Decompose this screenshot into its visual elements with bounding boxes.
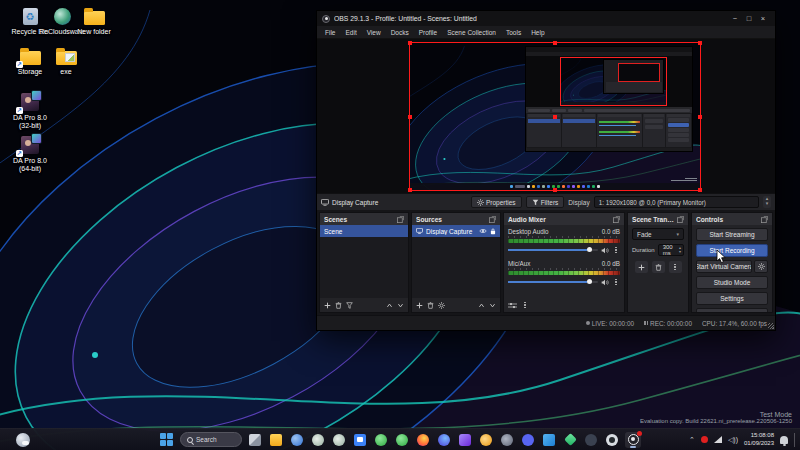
clock[interactable]: 15:08:08 01/09/2023	[744, 432, 774, 446]
resize-handle[interactable]	[408, 41, 412, 45]
move-source-up-button[interactable]	[478, 302, 485, 309]
volume-slider[interactable]	[508, 281, 598, 283]
taskbar-app-amber[interactable]	[478, 432, 494, 448]
channel-options-kebab[interactable]	[612, 277, 620, 287]
resize-grip[interactable]	[768, 323, 774, 329]
volume-icon[interactable]: ◁))	[728, 436, 738, 444]
desktop-icon-new-folder[interactable]: New folder	[70, 6, 118, 36]
transition-options-kebab[interactable]	[669, 261, 682, 273]
lock-icon[interactable]	[490, 228, 496, 235]
virtual-camera-settings-button[interactable]	[754, 260, 768, 273]
move-scene-up-button[interactable]	[386, 302, 393, 309]
menu-edit[interactable]: Edit	[340, 29, 361, 36]
popout-icon[interactable]	[677, 216, 684, 223]
popout-icon[interactable]	[489, 216, 496, 223]
obs-logo-icon	[322, 15, 330, 23]
close-button[interactable]: ×	[756, 14, 770, 23]
properties-button[interactable]: Properties	[471, 196, 522, 208]
taskbar-app-hand-1[interactable]	[310, 432, 326, 448]
taskbar-search[interactable]: Search	[180, 432, 242, 447]
exit-button[interactable]: Exit	[696, 308, 768, 312]
duration-spinner[interactable]: 300 ms ▴▾	[658, 244, 684, 256]
center-handle[interactable]	[553, 115, 557, 119]
taskbar-app-gray[interactable]	[499, 432, 515, 448]
desktop-icon-da-pro-32[interactable]: ↗ DA Pro 8.0 (32-bit)	[6, 92, 54, 130]
taskbar-app-green-1[interactable]	[373, 432, 389, 448]
selected-source-bounding-box[interactable]	[409, 42, 701, 191]
menu-file[interactable]: File	[320, 29, 340, 36]
resize-handle[interactable]	[408, 188, 412, 192]
obs-taskbar-button[interactable]	[625, 432, 641, 448]
add-source-button[interactable]	[416, 302, 423, 309]
maximize-button[interactable]: □	[742, 14, 756, 23]
show-desktop-button[interactable]	[794, 433, 796, 447]
add-scene-button[interactable]	[324, 302, 331, 309]
resize-handle[interactable]	[553, 188, 557, 192]
taskbar-app-hand-2[interactable]	[331, 432, 347, 448]
firefox-button[interactable]	[415, 432, 431, 448]
move-scene-down-button[interactable]	[397, 302, 404, 309]
scene-item[interactable]: Scene	[320, 225, 408, 237]
taskbar-app-violet[interactable]	[457, 432, 473, 448]
advanced-audio-icon[interactable]	[508, 302, 517, 309]
tray-overflow-chevron[interactable]: ⌃	[689, 436, 695, 444]
channel-options-kebab[interactable]	[612, 245, 620, 255]
settings-button[interactable]: Settings	[696, 292, 768, 305]
source-item[interactable]: Display Capture	[412, 225, 500, 237]
studio-mode-button[interactable]: Studio Mode	[696, 276, 768, 289]
resize-handle[interactable]	[698, 188, 702, 192]
task-view-button[interactable]	[247, 432, 263, 448]
start-recording-button[interactable]: Start Recording	[696, 244, 768, 257]
taskbar-app-green-diamond[interactable]	[562, 432, 578, 448]
obs-titlebar[interactable]: OBS 29.1.3 - Profile: Untitled - Scenes:…	[317, 11, 775, 26]
scene-filters-button[interactable]	[346, 302, 353, 309]
speaker-icon[interactable]	[601, 279, 609, 286]
menu-docks[interactable]: Docks	[386, 29, 414, 36]
taskbar-app-green-2[interactable]	[394, 432, 410, 448]
display-select[interactable]: 1: 1920x1080 @ 0,0 (Primary Monitor)	[594, 196, 759, 208]
network-icon[interactable]	[714, 436, 722, 443]
microsoft-store-button[interactable]	[352, 432, 368, 448]
menu-tools[interactable]: Tools	[501, 29, 526, 36]
minimize-button[interactable]: −	[728, 14, 742, 23]
popout-icon[interactable]	[613, 216, 620, 223]
start-button[interactable]	[159, 432, 175, 448]
desktop-icon-da-pro-64[interactable]: ↗ DA Pro 8.0 (64-bit)	[6, 135, 54, 173]
speaker-icon[interactable]	[601, 247, 609, 254]
popout-icon[interactable]	[761, 216, 768, 223]
source-properties-button[interactable]	[438, 302, 445, 309]
mixer-options-kebab[interactable]	[521, 300, 529, 310]
start-streaming-button[interactable]: Start Streaming	[696, 228, 768, 241]
visibility-eye-icon[interactable]	[479, 228, 487, 234]
transition-select[interactable]: Fade▾	[632, 228, 684, 240]
weather-widget-icon[interactable]	[16, 433, 30, 447]
filters-button[interactable]: Filters	[526, 196, 565, 208]
menu-scene-collection[interactable]: Scene Collection	[442, 29, 501, 36]
resize-handle[interactable]	[408, 115, 412, 119]
obs-tray-icon[interactable]	[701, 436, 708, 443]
volume-slider[interactable]	[508, 249, 598, 251]
preview-canvas[interactable]	[317, 39, 775, 193]
remove-scene-button[interactable]	[335, 302, 342, 309]
move-source-down-button[interactable]	[489, 302, 496, 309]
resize-handle[interactable]	[698, 115, 702, 119]
remove-source-button[interactable]	[427, 302, 434, 309]
scroll-spinner[interactable]: ▴▾	[763, 196, 771, 208]
menu-profile[interactable]: Profile	[414, 29, 442, 36]
discord-button[interactable]	[520, 432, 536, 448]
remove-transition-button[interactable]	[652, 261, 665, 273]
vscode-button[interactable]	[541, 432, 557, 448]
menu-view[interactable]: View	[362, 29, 386, 36]
firefox-nightly-button[interactable]	[436, 432, 452, 448]
file-explorer-button[interactable]	[268, 432, 284, 448]
menu-help[interactable]: Help	[526, 29, 549, 36]
desktop-icon-exe[interactable]: exe	[42, 46, 90, 76]
taskbar-app-settings[interactable]	[289, 432, 305, 448]
popout-icon[interactable]	[397, 216, 404, 223]
add-transition-button[interactable]	[635, 261, 648, 273]
github-desktop-button[interactable]	[604, 432, 620, 448]
notification-bell-icon[interactable]	[780, 436, 788, 444]
taskbar-app-dark[interactable]	[583, 432, 599, 448]
resize-handle[interactable]	[698, 41, 702, 45]
resize-handle[interactable]	[553, 41, 557, 45]
